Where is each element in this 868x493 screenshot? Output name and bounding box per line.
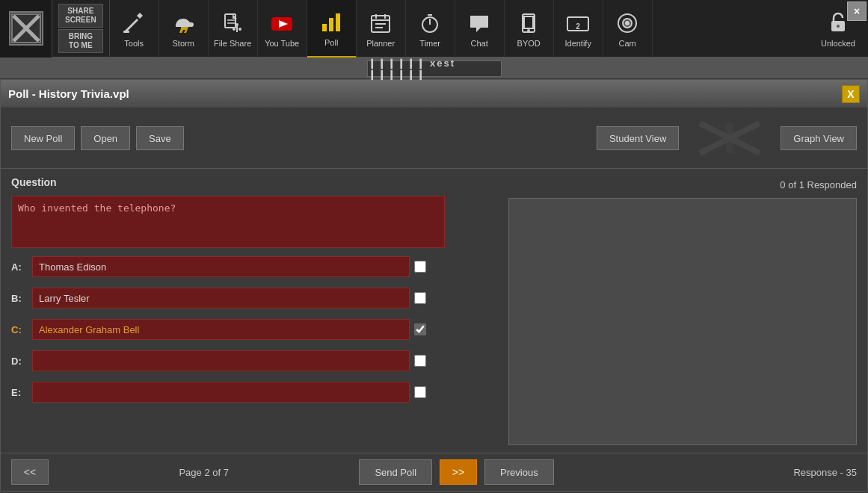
save-button[interactable]: Save (136, 126, 184, 150)
answer-row-b: B: (11, 288, 498, 308)
answer-input-c[interactable] (32, 319, 410, 340)
answer-input-b[interactable] (32, 288, 410, 308)
logo-watermark (685, 116, 775, 161)
open-button[interactable]: Open (81, 126, 130, 150)
nav-item-timer[interactable]: Timer (406, 0, 455, 58)
nav-label-tools: Tools (124, 39, 144, 48)
nav-item-identify[interactable]: 2 Identify (554, 0, 603, 58)
poll-bottom: << Page 2 of 7 Send Poll >> Previous Res… (1, 453, 867, 491)
svg-point-10 (233, 28, 236, 31)
nav-item-youtube[interactable]: You Tube (258, 0, 307, 58)
nav-item-tools[interactable]: Tools (110, 0, 159, 58)
svg-point-32 (626, 22, 629, 25)
svg-point-9 (238, 28, 241, 31)
send-poll-button[interactable]: Send Poll (359, 459, 432, 485)
nav-label-unlocked: Unlocked (821, 39, 855, 48)
nav-label-identify: Identify (564, 39, 591, 48)
nav-label-storm: Storm (173, 39, 194, 48)
chat-icon (466, 10, 493, 37)
nav-label-file-share: File Share (214, 39, 251, 48)
answer-input-d[interactable] (32, 350, 410, 371)
answer-label-a: A: (11, 261, 28, 273)
answer-row-c: C: (11, 319, 498, 340)
storm-icon (170, 10, 197, 37)
new-poll-button[interactable]: New Poll (11, 126, 75, 150)
bring-to-me-button[interactable]: BRINGTO ME (58, 29, 103, 53)
chart-area (508, 198, 857, 445)
svg-text:2: 2 (576, 22, 580, 30)
nav-item-cam[interactable]: Cam (603, 0, 653, 58)
answer-label-b: B: (11, 293, 28, 304)
share-bring-panel: SHARESCREEN BRINGTO ME (52, 0, 110, 58)
answer-label-d: D: (11, 356, 28, 367)
response-label: Response - 35 (561, 467, 857, 478)
answer-checkbox-d[interactable] (414, 355, 426, 367)
file-share-icon (219, 10, 246, 37)
nav-label-byod: BYOD (517, 39, 541, 48)
cam-icon (614, 10, 641, 37)
answer-checkbox-a[interactable] (414, 261, 426, 273)
nav-item-file-share[interactable]: File Share (209, 0, 258, 58)
svg-rect-14 (329, 18, 333, 31)
answer-checkbox-e[interactable] (414, 386, 426, 398)
svg-rect-26 (524, 16, 533, 28)
nav-items: Tools Storm (110, 0, 808, 58)
poll-window: Poll - History Trivia.vpl X New Poll Ope… (0, 79, 868, 492)
question-textarea[interactable]: Who invented the telephone? (11, 196, 445, 248)
nav-item-poll[interactable]: Poll (307, 0, 357, 58)
nav-label-timer: Timer (419, 39, 440, 48)
poll-left-panel: Question Who invented the telephone? A: … (11, 176, 498, 445)
previous-button[interactable]: Previous (484, 459, 554, 485)
topbar: × SHARESCREEN BRINGTO ME Tools (0, 0, 868, 58)
share-screen-button[interactable]: SHARESCREEN (58, 4, 103, 28)
svg-point-8 (236, 23, 238, 26)
answer-input-a[interactable] (32, 256, 410, 277)
question-label: Question (11, 176, 498, 188)
answer-checkbox-c[interactable] (414, 323, 426, 335)
poll-title: Poll - History Trivia.vpl (8, 87, 842, 100)
prev-arrow-button[interactable]: << (11, 459, 49, 485)
answer-label-c: C: (11, 324, 28, 335)
responded-label: 0 of 1 Responded (508, 176, 857, 193)
answer-input-e[interactable] (32, 382, 410, 403)
nav-item-storm[interactable]: Storm (159, 0, 209, 58)
wrench-icon (120, 10, 147, 37)
timer-icon (416, 10, 443, 37)
nav-label-cam: Cam (619, 39, 636, 48)
nav-item-byod[interactable]: BYOD (505, 0, 554, 58)
window-close-button[interactable]: × (847, 1, 867, 21)
nav-label-planner: Planner (366, 39, 395, 48)
student-view-button[interactable]: Student View (597, 126, 679, 150)
identify-icon: 2 (564, 10, 591, 37)
answer-label-e: E: (11, 387, 28, 398)
next-arrow-button[interactable]: >> (440, 459, 477, 485)
svg-rect-13 (322, 24, 327, 31)
graph-view-button[interactable]: Graph View (781, 126, 857, 150)
byod-icon (515, 10, 542, 37)
svg-rect-15 (336, 13, 340, 31)
poll-toolbar: New Poll Open Save Student View Graph Vi… (1, 108, 867, 169)
nav-label-youtube: You Tube (265, 39, 299, 48)
svg-point-34 (837, 25, 840, 28)
nav-item-chat[interactable]: Chat (455, 0, 505, 58)
xest-bar: ❙❙❙❙❙❙ xest ❙❙❙❙❙❙ (0, 58, 868, 79)
nav-label-poll: Poll (324, 38, 338, 47)
poll-close-button[interactable]: X (842, 85, 860, 103)
xest-label: ❙❙❙❙❙❙ xest ❙❙❙❙❙❙ (367, 61, 502, 77)
logo-icon (9, 11, 43, 46)
page-info: Page 2 of 7 (56, 467, 351, 478)
svg-marker-37 (726, 123, 733, 153)
youtube-icon (268, 10, 295, 37)
planner-icon (367, 10, 394, 37)
poll-titlebar: Poll - History Trivia.vpl X (1, 80, 867, 108)
logo-button[interactable] (0, 0, 52, 58)
answer-row-a: A: (11, 256, 498, 277)
poll-content: Question Who invented the telephone? A: … (1, 169, 867, 453)
svg-rect-3 (123, 31, 129, 33)
poll-right-panel: 0 of 1 Responded (498, 176, 857, 445)
nav-item-planner[interactable]: Planner (357, 0, 406, 58)
answer-checkbox-b[interactable] (414, 292, 426, 304)
poll-icon (318, 9, 345, 36)
answer-row-d: D: (11, 350, 498, 371)
svg-point-27 (528, 30, 529, 31)
